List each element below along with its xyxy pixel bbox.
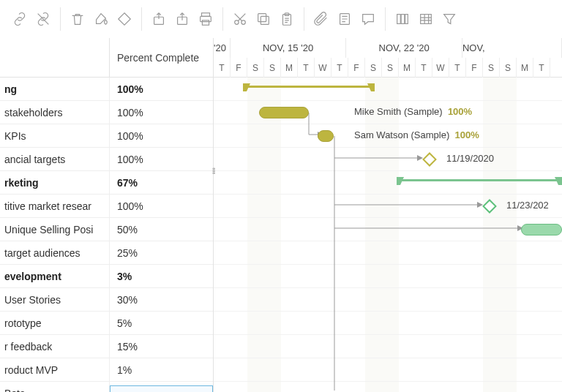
task-name: roduct MVP: [0, 358, 110, 381]
month-header: NOV, 22 '20: [346, 38, 462, 58]
task-name: Unique Selling Posi: [0, 218, 110, 241]
svg-rect-15: [421, 15, 432, 24]
svg-rect-2: [202, 13, 210, 17]
table-row[interactable]: User Stories30%: [0, 288, 213, 312]
day-header: T: [331, 58, 348, 78]
task-table: Percent Complete ng100%stakeholders100%K…: [0, 38, 214, 392]
task-percent: 100%: [110, 200, 213, 212]
day-header: T: [214, 58, 231, 78]
day-header: F: [466, 58, 483, 78]
attach-icon[interactable]: [310, 8, 332, 30]
day-header: F: [231, 58, 247, 78]
day-header: T: [533, 58, 550, 78]
task-percent: 67%: [110, 177, 213, 189]
task-percent: 100%: [110, 154, 213, 165]
task-name: r feedback: [0, 335, 110, 358]
month-header: NOV, 15 '20: [231, 38, 347, 58]
task-percent: 15%: [110, 341, 213, 353]
task-name: evelopment: [0, 265, 110, 287]
task-name: Beta: [0, 382, 110, 392]
table-row[interactable]: roduct MVP1%: [0, 358, 213, 382]
percent-label: 100%: [455, 129, 479, 140]
day-header: F: [348, 58, 365, 78]
print-icon[interactable]: [195, 8, 217, 30]
day-header: W: [432, 58, 449, 78]
table-row[interactable]: stakeholders100%: [0, 101, 213, 124]
columns-icon[interactable]: [391, 8, 413, 30]
clipboard-icon[interactable]: [276, 8, 298, 30]
table-row[interactable]: KPIs100%: [0, 124, 213, 148]
task-name: rketing: [0, 171, 110, 194]
svg-rect-8: [258, 14, 266, 22]
svg-rect-14: [405, 15, 408, 24]
day-header: S: [500, 58, 517, 78]
day-header: T: [416, 58, 432, 78]
trash-icon[interactable]: [67, 8, 89, 30]
diamond-icon[interactable]: [113, 8, 135, 30]
link-icon[interactable]: [9, 8, 31, 30]
toolbar: [0, 0, 562, 38]
unlink-icon[interactable]: [32, 8, 54, 30]
task-name: target audiences: [0, 241, 110, 264]
day-header: S: [264, 58, 281, 78]
milestone-icon[interactable]: [422, 152, 437, 167]
month-header: '20: [214, 38, 231, 58]
table-row[interactable]: rototype5%: [0, 312, 213, 335]
assignee-label: Mike Smith (Sample): [354, 106, 443, 117]
table-row[interactable]: Unique Selling Posi50%: [0, 218, 213, 241]
notes-icon[interactable]: [334, 8, 356, 30]
day-header: T: [449, 58, 466, 78]
task-percent: 50%: [110, 224, 213, 235]
task-bar[interactable]: [521, 224, 562, 235]
comment-icon[interactable]: [357, 8, 379, 30]
summary-bar[interactable]: [397, 177, 562, 185]
svg-rect-7: [261, 16, 269, 24]
filter-icon[interactable]: [438, 8, 460, 30]
day-header: S: [483, 58, 500, 78]
task-name: stakeholders: [0, 101, 110, 124]
month-header: NOV,: [462, 38, 562, 58]
export-icon[interactable]: [148, 8, 170, 30]
day-header: M: [517, 58, 533, 78]
table-row[interactable]: ancial targets100%: [0, 148, 213, 171]
gantt-chart[interactable]: '20NOV, 15 '20NOV, 22 '20NOV, TFSSMTWTFS…: [214, 38, 562, 392]
table-icon[interactable]: [415, 8, 437, 30]
task-name: ng: [0, 78, 110, 100]
day-header: S: [382, 58, 399, 78]
table-row[interactable]: Beta: [0, 382, 213, 392]
split-handle[interactable]: ••••••: [212, 168, 214, 175]
task-percent: [110, 385, 213, 393]
table-row[interactable]: rketing67%: [0, 171, 213, 195]
day-header: S: [247, 58, 264, 78]
milestone-date: 11/19/2020: [446, 153, 494, 164]
share-icon[interactable]: [171, 8, 193, 30]
task-bar[interactable]: [259, 107, 309, 118]
copy-icon[interactable]: [252, 8, 274, 30]
task-percent: 100%: [110, 107, 213, 118]
task-percent: 3%: [110, 271, 213, 282]
table-row[interactable]: ng100%: [0, 78, 213, 101]
table-header: Percent Complete: [0, 38, 213, 78]
paint-icon[interactable]: [90, 8, 112, 30]
svg-rect-12: [397, 15, 401, 24]
task-percent: 30%: [110, 294, 213, 306]
summary-bar[interactable]: [243, 83, 375, 91]
task-percent: 100%: [110, 130, 213, 142]
timeline-header: '20NOV, 15 '20NOV, 22 '20NOV, TFSSMTWTFS…: [214, 38, 562, 78]
percent-label: 100%: [448, 106, 472, 117]
col-percent-header[interactable]: Percent Complete: [110, 38, 213, 77]
milestone-date: 11/23/202: [506, 200, 549, 211]
day-header: T: [298, 58, 315, 78]
table-row[interactable]: target audiences25%: [0, 241, 213, 265]
table-row[interactable]: r feedback15%: [0, 335, 213, 358]
table-row[interactable]: evelopment3%: [0, 265, 213, 288]
task-bar[interactable]: [318, 130, 334, 142]
task-percent: 100%: [110, 83, 213, 95]
task-percent: 1%: [110, 364, 213, 376]
day-header: M: [399, 58, 416, 78]
table-row[interactable]: titive market resear100%: [0, 195, 213, 218]
task-percent: 5%: [110, 317, 213, 329]
milestone-icon[interactable]: [482, 199, 497, 214]
cut-icon[interactable]: [229, 8, 251, 30]
task-name: User Stories: [0, 288, 110, 311]
